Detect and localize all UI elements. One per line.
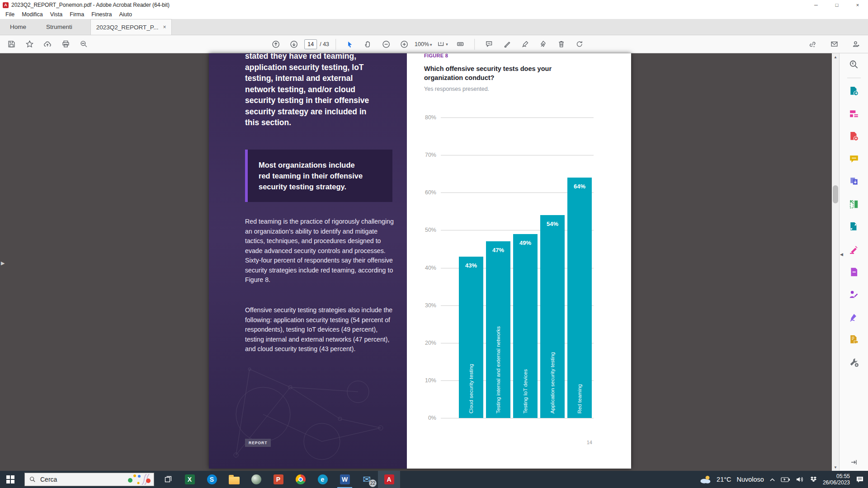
- pen-nib-icon: [539, 40, 547, 48]
- create-pdf-icon[interactable]: [848, 131, 860, 142]
- rotate-tool-button[interactable]: [572, 38, 587, 51]
- tab-home[interactable]: Home: [0, 19, 36, 35]
- tray-overflow-chevron-icon[interactable]: [769, 478, 775, 482]
- taskbar-search-input[interactable]: Cerca: [24, 473, 154, 486]
- vertical-scrollbar[interactable]: ▲ ▼: [832, 53, 839, 471]
- star-button[interactable]: [22, 38, 37, 51]
- combine-files-icon[interactable]: [848, 176, 860, 188]
- share-with-person-button[interactable]: [848, 38, 863, 51]
- close-button[interactable]: ×: [847, 0, 868, 10]
- powerpoint-icon: P: [274, 474, 283, 484]
- menu-aiuto[interactable]: Aiuto: [115, 11, 136, 18]
- protect-icon[interactable]: [848, 266, 860, 278]
- weather-temperature[interactable]: 21°C: [717, 476, 731, 483]
- tools-pane-expand-icon[interactable]: [850, 459, 858, 467]
- send-for-comments-icon[interactable]: [848, 334, 860, 346]
- taskbar-app-edge[interactable]: e: [311, 471, 334, 488]
- share-cloud-button[interactable]: [40, 38, 55, 51]
- highlight-tool-button[interactable]: [500, 38, 515, 51]
- email-button[interactable]: [826, 38, 842, 51]
- save-button[interactable]: [4, 38, 19, 51]
- taskbar-clock[interactable]: 05:55 26/06/2023: [823, 473, 850, 486]
- menu-modifica[interactable]: Modifica: [18, 11, 47, 18]
- export-pdf-icon[interactable]: [848, 85, 860, 97]
- find-in-document-icon[interactable]: [848, 59, 860, 70]
- zoom-out-button[interactable]: [378, 38, 394, 51]
- volume-icon[interactable]: [796, 476, 804, 483]
- highlighter-icon: [503, 40, 511, 48]
- page-total-label: / 43: [320, 41, 329, 47]
- edit-pdf-icon[interactable]: [848, 108, 860, 120]
- page-spread: stated they have red teaming, applicatio…: [209, 53, 631, 469]
- taskbar-app-skype[interactable]: S: [201, 471, 223, 488]
- rotate-icon: [576, 40, 583, 48]
- menu-firma[interactable]: Firma: [66, 11, 88, 18]
- zoom-level-dropdown[interactable]: 100%▾: [415, 41, 432, 47]
- fill-sign-tool-button[interactable]: [536, 38, 551, 51]
- weather-condition[interactable]: Nuvoloso: [736, 476, 764, 483]
- battery-icon[interactable]: [781, 476, 790, 483]
- taskbar-app-acrobat[interactable]: A: [378, 471, 400, 488]
- report-badge: REPORT: [245, 439, 271, 447]
- y-tick-label: 40%: [415, 265, 436, 271]
- scrollbar-thumb[interactable]: [833, 185, 838, 203]
- restore-button[interactable]: □: [826, 0, 847, 10]
- taskbar-app-mail[interactable]: ✉22: [356, 471, 378, 488]
- search-text: Cerca: [40, 476, 57, 483]
- taskbar-app-globe-app[interactable]: [245, 471, 267, 488]
- action-center-icon[interactable]: [855, 475, 864, 483]
- print-button[interactable]: [58, 38, 73, 51]
- taskbar-app-chrome[interactable]: [289, 471, 311, 488]
- menu-finestra[interactable]: Finestra: [88, 11, 115, 18]
- minimize-button[interactable]: ─: [806, 0, 826, 10]
- scroll-down-icon[interactable]: ▼: [832, 464, 839, 471]
- scroll-up-icon[interactable]: ▲: [832, 53, 839, 61]
- page-number-footer: 14: [587, 440, 592, 445]
- task-view-button[interactable]: [158, 471, 179, 488]
- sign-tool-button[interactable]: [518, 38, 533, 51]
- y-tick-label: 0%: [415, 415, 436, 421]
- fit-width-dropdown[interactable]: ▾: [435, 38, 450, 51]
- fill-and-sign-icon[interactable]: [848, 311, 860, 323]
- page-number-input[interactable]: [304, 39, 317, 49]
- start-button[interactable]: [0, 471, 21, 488]
- tab-strumenti[interactable]: Strumenti: [36, 19, 82, 35]
- callout-box: Most organizations include red teaming i…: [245, 150, 392, 202]
- comment-tool-button[interactable]: [481, 38, 497, 51]
- organize-pages-icon[interactable]: [848, 198, 860, 210]
- system-tray: 21°C Nuvoloso 05:55 26/06/2023: [699, 473, 868, 486]
- find-button[interactable]: [76, 38, 91, 51]
- taskbar-app-excel[interactable]: X: [179, 471, 201, 488]
- y-tick-label: 80%: [415, 114, 436, 121]
- tab-bar: HomeStrumenti 2023Q2_REPORT_P... ×: [0, 19, 868, 35]
- delete-tool-button[interactable]: [554, 38, 569, 51]
- request-signatures-icon[interactable]: [848, 289, 860, 300]
- scrolling-mode-button[interactable]: [453, 38, 468, 51]
- redact-icon[interactable]: [848, 244, 860, 255]
- printer-icon: [62, 40, 70, 48]
- taskbar-app-word[interactable]: W: [334, 471, 356, 488]
- main-toolbar: / 43 100%▾ ▾: [0, 35, 868, 53]
- menu-file[interactable]: File: [2, 11, 18, 18]
- select-tool-button[interactable]: [342, 38, 358, 51]
- hand-tool-button[interactable]: [360, 38, 376, 51]
- weather-icon[interactable]: [699, 475, 711, 484]
- taskbar-app-file-explorer[interactable]: [223, 471, 245, 488]
- zoom-in-button[interactable]: [396, 38, 412, 51]
- excel-icon: X: [185, 474, 195, 484]
- skype-icon: S: [207, 474, 217, 484]
- tools-pane-collapse-icon[interactable]: ◀: [840, 252, 843, 257]
- compress-pdf-icon[interactable]: [848, 221, 860, 233]
- menu-vista[interactable]: Vista: [47, 11, 66, 18]
- left-pane-expand-icon[interactable]: ▶: [1, 260, 5, 266]
- comment-icon[interactable]: [848, 153, 860, 165]
- next-page-button[interactable]: [286, 38, 302, 51]
- previous-page-button[interactable]: [268, 38, 283, 51]
- more-tools-icon[interactable]: [848, 357, 860, 368]
- share-link-button[interactable]: [805, 38, 820, 51]
- tab-close-icon[interactable]: ×: [163, 24, 166, 30]
- dropbox-icon[interactable]: [810, 476, 817, 483]
- taskbar-app-powerpoint[interactable]: P: [267, 471, 289, 488]
- tab-document[interactable]: 2023Q2_REPORT_P... ×: [90, 19, 172, 35]
- bar-testing-internal-and-external-networks: 47%Testing internal and external network…: [486, 241, 510, 418]
